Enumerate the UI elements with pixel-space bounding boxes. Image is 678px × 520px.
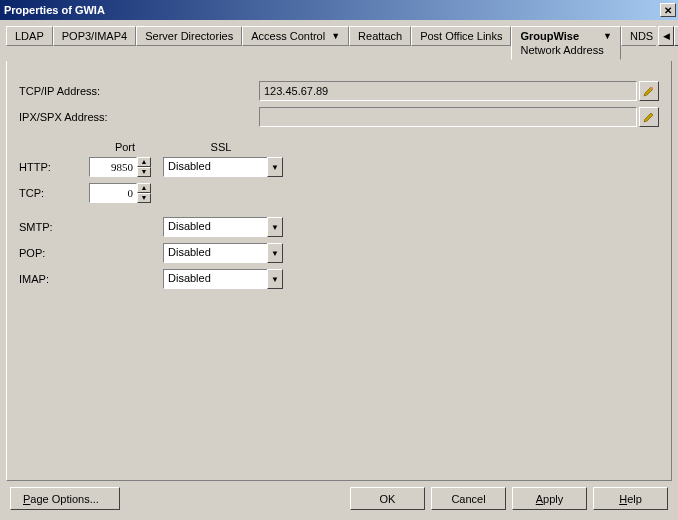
tcp-port-input[interactable]: [89, 183, 137, 203]
apply-button[interactable]: Apply: [512, 487, 587, 510]
ok-button[interactable]: OK: [350, 487, 425, 510]
chevron-down-icon: ▼: [331, 31, 340, 41]
pencil-icon: [643, 111, 655, 123]
panel-network-address: TCP/IP Address: 123.45.67.89 IPX/SPX Add…: [6, 61, 672, 481]
cancel-button[interactable]: Cancel: [431, 487, 506, 510]
spin-down-icon[interactable]: ▼: [137, 193, 151, 203]
window-title: Properties of GWIA: [4, 4, 105, 16]
titlebar: Properties of GWIA ✕: [0, 0, 678, 20]
close-button[interactable]: ✕: [660, 3, 676, 17]
label-tcpip: TCP/IP Address:: [19, 85, 129, 97]
tabstrip: LDAP POP3/IMAP4 Server Directories Acces…: [6, 26, 672, 62]
tab-groupwise[interactable]: GroupWise ▼ Network Address: [511, 26, 621, 60]
tab-access-control[interactable]: Access Control ▼: [242, 26, 349, 46]
label-http: HTTP:: [19, 161, 89, 173]
edit-ipxspx-button[interactable]: [639, 107, 659, 127]
field-tcpip-address: 123.45.67.89: [259, 81, 637, 101]
chevron-down-icon[interactable]: ▼: [267, 243, 283, 263]
label-imap: IMAP:: [19, 273, 89, 285]
header-ssl: SSL: [161, 141, 281, 153]
label-pop: POP:: [19, 247, 89, 259]
pencil-icon: [643, 85, 655, 97]
label-tcp: TCP:: [19, 187, 89, 199]
help-button[interactable]: Help: [593, 487, 668, 510]
tabs-scroll-right[interactable]: ▶: [674, 26, 678, 46]
client-area: LDAP POP3/IMAP4 Server Directories Acces…: [0, 20, 678, 520]
field-ipxspx-address: [259, 107, 637, 127]
chevron-down-icon[interactable]: ▼: [267, 269, 283, 289]
tab-server-directories[interactable]: Server Directories: [136, 26, 242, 46]
tab-post-office-links[interactable]: Post Office Links: [411, 26, 511, 46]
page-options-button[interactable]: Page Options...: [10, 487, 120, 510]
label-smtp: SMTP:: [19, 221, 89, 233]
tabs-scroll-left[interactable]: ◀: [658, 26, 674, 46]
http-ssl-combo[interactable]: Disabled ▼: [163, 157, 283, 177]
spin-down-icon[interactable]: ▼: [137, 167, 151, 177]
tab-nds[interactable]: NDS: [621, 26, 656, 46]
button-bar: Page Options... OK Cancel Apply Help: [6, 481, 672, 514]
smtp-ssl-combo[interactable]: Disabled ▼: [163, 217, 283, 237]
http-port-spinner[interactable]: ▲ ▼: [89, 157, 151, 177]
tab-reattach[interactable]: Reattach: [349, 26, 411, 46]
chevron-down-icon[interactable]: ▼: [267, 157, 283, 177]
spin-up-icon[interactable]: ▲: [137, 157, 151, 167]
chevron-down-icon[interactable]: ▼: [267, 217, 283, 237]
http-port-input[interactable]: [89, 157, 137, 177]
header-port: Port: [89, 141, 161, 153]
arrow-left-icon: ◀: [663, 31, 670, 41]
tab-ldap[interactable]: LDAP: [6, 26, 53, 46]
pop-ssl-combo[interactable]: Disabled ▼: [163, 243, 283, 263]
tab-subline: Network Address: [520, 44, 603, 56]
spin-up-icon[interactable]: ▲: [137, 183, 151, 193]
chevron-down-icon: ▼: [603, 31, 612, 41]
edit-tcpip-button[interactable]: [639, 81, 659, 101]
imap-ssl-combo[interactable]: Disabled ▼: [163, 269, 283, 289]
port-ssl-grid: Port SSL HTTP: ▲ ▼ Disabled ▼: [19, 141, 659, 289]
close-icon: ✕: [664, 5, 672, 16]
label-ipxspx: IPX/SPX Address:: [19, 111, 129, 123]
tcp-port-spinner[interactable]: ▲ ▼: [89, 183, 151, 203]
tab-pop3imap4[interactable]: POP3/IMAP4: [53, 26, 136, 46]
